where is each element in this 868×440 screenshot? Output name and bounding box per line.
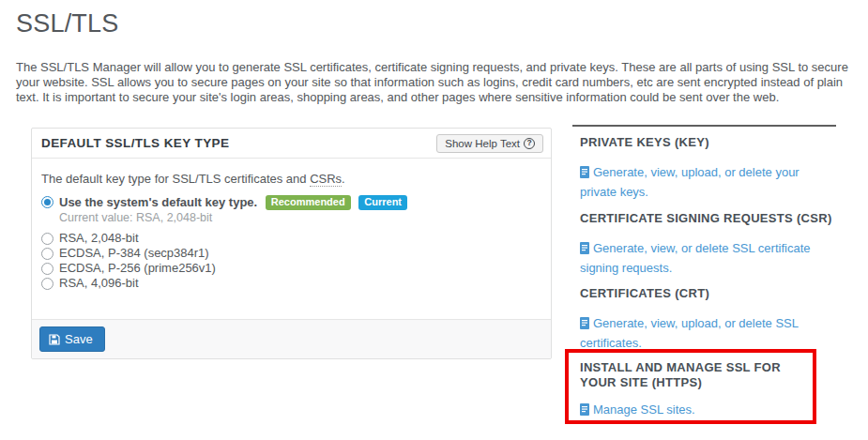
sidebar-divider — [572, 125, 836, 127]
option-label: ECDSA, P-256 (prime256v1) — [59, 261, 216, 276]
link-label: Manage SSL sites. — [593, 402, 695, 417]
save-label: Save — [65, 332, 93, 346]
radio-selected-icon[interactable] — [41, 196, 53, 208]
key-type-options: RSA, 2,048-bit ECDSA, P-384 (secp384r1) … — [41, 231, 541, 291]
option-label: Use the system's default key type. — [59, 195, 257, 209]
annotation-highlight-box: INSTALL AND MANAGE SSL FOR YOUR SITE (HT… — [565, 349, 816, 424]
csrs-term: CSRs — [310, 172, 342, 187]
option-rsa-2048[interactable]: RSA, 2,048-bit — [41, 231, 541, 246]
section-heading: PRIVATE KEYS (KEY) — [580, 135, 837, 150]
section-heading: INSTALL AND MANAGE SSL FOR YOUR SITE (HT… — [580, 360, 805, 390]
save-button[interactable]: Save — [39, 326, 105, 352]
recommended-badge: Recommended — [266, 195, 351, 210]
section-heading: CERTIFICATES (CRT) — [580, 286, 837, 301]
link-label: Generate, view, upload, or delete SSL ce… — [580, 316, 799, 350]
file-icon — [580, 402, 589, 420]
sidebar-section-csr: CERTIFICATE SIGNING REQUESTS (CSR) Gener… — [580, 211, 837, 277]
panel-body: The default key type for SSL/TLS certifi… — [32, 159, 551, 291]
link-label: Generate, view, or delete SSL certificat… — [580, 241, 810, 275]
option-label: RSA, 4,096-bit — [59, 276, 139, 291]
radio-icon[interactable] — [41, 278, 53, 290]
private-keys-link[interactable]: Generate, view, upload, or delete your p… — [580, 163, 837, 201]
key-type-description: The default key type for SSL/TLS certifi… — [41, 172, 541, 187]
radio-icon[interactable] — [41, 263, 53, 275]
certificates-link[interactable]: Generate, view, upload, or delete SSL ce… — [580, 314, 837, 352]
panel-header: DEFAULT SSL/TLS KEY TYPE Show Help Text … — [32, 129, 551, 159]
option-ecdsa-p384[interactable]: ECDSA, P-384 (secp384r1) — [41, 246, 541, 261]
option-rsa-4096[interactable]: RSA, 4,096-bit — [41, 276, 541, 291]
default-key-type-panel: DEFAULT SSL/TLS KEY TYPE Show Help Text … — [31, 128, 552, 359]
current-badge: Current — [358, 195, 407, 210]
radio-icon[interactable] — [41, 233, 53, 245]
save-icon — [49, 334, 60, 345]
panel-footer: Save — [32, 319, 551, 358]
link-label: Generate, view, upload, or delete your p… — [580, 165, 799, 199]
section-heading: CERTIFICATE SIGNING REQUESTS (CSR) — [580, 211, 837, 226]
page-description: The SSL/TLS Manager will allow you to ge… — [16, 60, 854, 105]
file-icon — [580, 241, 589, 259]
option-ecdsa-p256[interactable]: ECDSA, P-256 (prime256v1) — [41, 261, 541, 276]
sidebar-section-install-ssl: INSTALL AND MANAGE SSL FOR YOUR SITE (HT… — [569, 353, 805, 420]
show-help-text-label: Show Help Text — [445, 138, 520, 149]
radio-icon[interactable] — [41, 248, 53, 260]
current-value-note: Current value: RSA, 2,048-bit — [59, 211, 541, 225]
option-label: ECDSA, P-384 (secp384r1) — [59, 246, 209, 261]
show-help-text-button[interactable]: Show Help Text ? — [436, 134, 543, 153]
question-mark-icon: ? — [524, 138, 535, 149]
file-icon — [580, 165, 589, 183]
manage-ssl-sites-link[interactable]: Manage SSL sites. — [580, 401, 805, 420]
sidebar-section-certificates: CERTIFICATES (CRT) Generate, view, uploa… — [580, 286, 837, 352]
page-title: SSL/TLS — [16, 9, 118, 38]
file-icon — [580, 316, 589, 334]
option-label: RSA, 2,048-bit — [59, 231, 139, 246]
panel-title: DEFAULT SSL/TLS KEY TYPE — [41, 136, 229, 150]
csr-link[interactable]: Generate, view, or delete SSL certificat… — [580, 239, 837, 277]
sidebar-section-private-keys: PRIVATE KEYS (KEY) Generate, view, uploa… — [580, 135, 837, 201]
option-system-default[interactable]: Use the system's default key type. Recom… — [41, 194, 541, 210]
